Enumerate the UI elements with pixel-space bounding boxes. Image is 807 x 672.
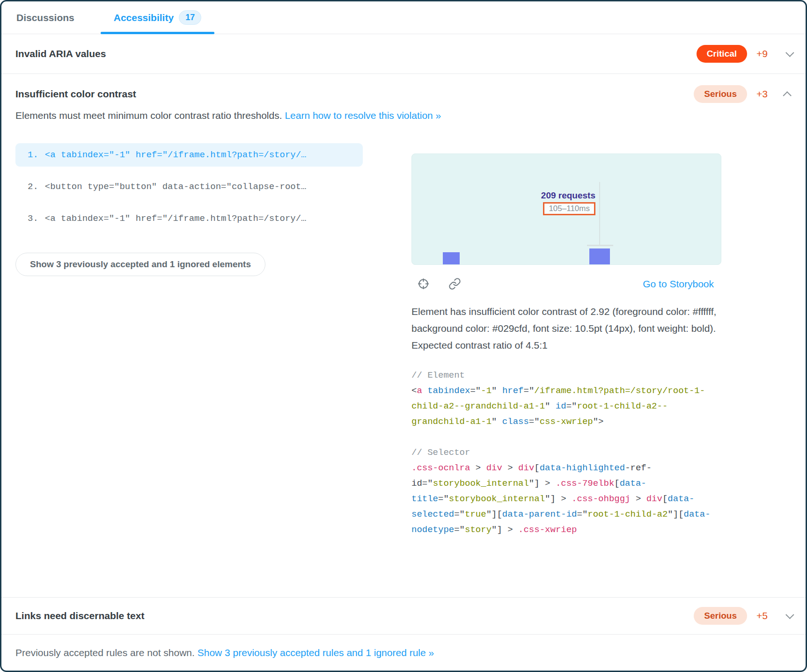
severity-badge-serious: Serious	[694, 85, 747, 103]
tab-accessibility-label: Accessibility	[114, 12, 174, 23]
preview-actions: Go to Storybook	[411, 278, 721, 290]
code-block: // Element <a tabindex="-1" href="/ifram…	[411, 368, 718, 538]
code-comment-selector: // Selector	[411, 445, 718, 460]
accessibility-count-badge: 17	[179, 10, 201, 25]
element-item-number: 1.	[28, 150, 38, 160]
rule-row-color-contrast[interactable]: Insufficient color contrast Serious +3	[15, 85, 792, 103]
rule-row-discernable-text[interactable]: Links need discernable text Serious +5	[1, 597, 806, 634]
preview-action-icons	[417, 278, 480, 290]
rule-description: Elements must meet minimum color contras…	[15, 109, 792, 123]
tab-bar: Discussions Accessibility 17	[1, 1, 806, 34]
panel-footer: Previously accepted rules are not shown.…	[1, 634, 806, 671]
element-item-number: 2.	[28, 182, 38, 192]
severity-badge-critical: Critical	[697, 45, 747, 63]
rule-meta-invalid-aria: Critical +9	[697, 45, 792, 63]
tooltip-guide-line	[599, 182, 600, 246]
rule-title-invalid-aria: Invalid ARIA values	[15, 48, 106, 59]
rule-row-invalid-aria[interactable]: Invalid ARIA values Critical +9	[1, 34, 806, 74]
show-accepted-elements-button[interactable]: Show 3 previously accepted and 1 ignored…	[15, 253, 265, 276]
learn-how-link[interactable]: Learn how to resolve this violation »	[285, 110, 441, 121]
tooltip-requests-label: 209 requests	[412, 190, 595, 201]
tab-discussions[interactable]: Discussions	[16, 1, 74, 34]
element-item-code: <a tabindex="-1" href="/iframe.html?path…	[45, 213, 307, 224]
tooltip-range-label: 105–110ms	[549, 204, 590, 213]
tooltip-guide-cap	[587, 245, 613, 246]
chart-bar	[443, 252, 460, 264]
element-code: <a tabindex="-1" href="/iframe.html?path…	[411, 383, 718, 430]
chevron-down-icon[interactable]	[785, 610, 794, 619]
element-list-item-3[interactable]: 3.<a tabindex="-1" href="/iframe.html?pa…	[15, 207, 363, 230]
link-icon[interactable]	[448, 278, 461, 290]
accessibility-panel: Discussions Accessibility 17 Invalid ARI…	[0, 0, 807, 672]
chevron-down-icon[interactable]	[785, 48, 794, 57]
element-list-item-2[interactable]: 2.<button type="button" data-action="col…	[15, 175, 363, 198]
target-icon[interactable]	[417, 278, 430, 290]
element-list-item-1[interactable]: 1.<a tabindex="-1" href="/iframe.html?pa…	[15, 143, 363, 167]
violation-detail-text: Element has insufficient color contrast …	[411, 303, 721, 354]
severity-badge-serious: Serious	[694, 607, 747, 625]
element-preview-thumbnail: 209 requests 105–110ms	[411, 153, 721, 265]
tab-discussions-label: Discussions	[16, 12, 74, 23]
element-item-number: 3.	[28, 213, 38, 224]
violation-count: +5	[756, 610, 768, 621]
footer-note: Previously accepted rules are not shown.	[15, 647, 195, 658]
rule-title-discernable-text: Links need discernable text	[15, 610, 144, 621]
chevron-up-icon[interactable]	[783, 91, 791, 100]
code-comment-element: // Element	[411, 368, 718, 383]
show-accepted-rules-link[interactable]: Show 3 previously accepted rules and 1 i…	[198, 647, 434, 658]
violation-count: +3	[756, 88, 768, 100]
contrast-violation-highlight-box: 105–110ms	[543, 202, 595, 215]
tab-accessibility[interactable]: Accessibility 17	[101, 1, 214, 34]
violation-count: +9	[756, 48, 768, 59]
go-to-storybook-link[interactable]: Go to Storybook	[643, 278, 714, 290]
element-detail: 209 requests 105–110ms	[411, 143, 721, 538]
element-item-code: <a tabindex="-1" href="/iframe.html?path…	[45, 150, 307, 160]
chart-tooltip: 209 requests 105–110ms	[412, 190, 595, 215]
rule-meta-discernable-text: Serious +5	[694, 607, 792, 625]
rule-section-color-contrast: Insufficient color contrast Serious +3 E…	[1, 74, 806, 597]
chart-bar	[589, 248, 610, 264]
element-list: 1.<a tabindex="-1" href="/iframe.html?pa…	[15, 143, 363, 538]
rule-title-color-contrast: Insufficient color contrast	[15, 88, 136, 100]
rule-description-text: Elements must meet minimum color contras…	[15, 110, 282, 121]
rule-content: 1.<a tabindex="-1" href="/iframe.html?pa…	[15, 143, 792, 538]
selector-code: .css-ocnlra > div > div[data-highlighted…	[411, 460, 718, 538]
element-item-code: <button type="button" data-action="colla…	[45, 182, 307, 192]
rule-meta-color-contrast: Serious +3	[694, 85, 792, 103]
